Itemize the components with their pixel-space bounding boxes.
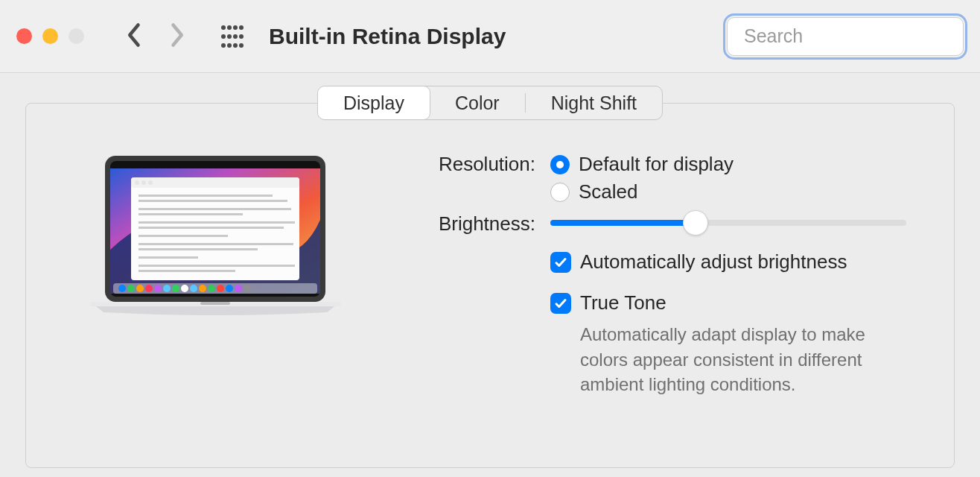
- checkbox-label: Automatically adjust brightness: [580, 250, 847, 274]
- svg-rect-28: [139, 235, 228, 237]
- tab-bar: Display Color Night Shift: [317, 86, 663, 120]
- brightness-row: Brightness:: [357, 212, 906, 236]
- svg-point-39: [154, 285, 162, 292]
- svg-rect-30: [139, 248, 258, 250]
- svg-point-45: [208, 285, 215, 292]
- tab-label: Display: [343, 92, 404, 114]
- svg-point-6: [233, 34, 238, 39]
- resolution-row: Resolution: Default for display Scaled: [357, 153, 906, 203]
- svg-point-41: [172, 285, 179, 292]
- true-tone-description: Automatically adapt display to make colo…: [580, 322, 906, 397]
- display-preview-image: [74, 153, 357, 406]
- tab-night-shift[interactable]: Night Shift: [526, 86, 662, 119]
- svg-point-35: [118, 285, 126, 292]
- svg-point-38: [145, 285, 153, 292]
- close-window-button[interactable]: [16, 28, 32, 44]
- radio-unselected-icon: [550, 183, 570, 202]
- svg-point-36: [127, 285, 135, 292]
- search-field-container[interactable]: [727, 17, 964, 56]
- window-toolbar: Built-in Retina Display: [0, 0, 980, 73]
- settings-panel: Display Color Night Shift: [25, 103, 955, 468]
- svg-point-7: [239, 34, 244, 39]
- radio-selected-icon: [550, 155, 570, 174]
- auto-brightness-row: Automatically adjust brightness: [357, 250, 906, 274]
- svg-point-4: [221, 34, 226, 39]
- svg-rect-27: [139, 227, 284, 229]
- svg-point-49: [244, 285, 251, 292]
- svg-point-44: [199, 285, 206, 292]
- svg-rect-26: [139, 221, 295, 224]
- traffic-lights: [16, 28, 84, 44]
- brightness-slider[interactable]: [550, 220, 906, 226]
- svg-point-8: [221, 43, 226, 48]
- svg-point-19: [135, 180, 139, 185]
- resolution-label: Resolution:: [357, 153, 550, 176]
- forward-button[interactable]: [168, 22, 185, 51]
- svg-rect-31: [139, 256, 198, 259]
- svg-point-20: [141, 180, 146, 185]
- svg-point-0: [221, 25, 226, 30]
- svg-point-37: [136, 285, 144, 292]
- svg-point-43: [190, 285, 197, 292]
- svg-rect-22: [139, 195, 273, 197]
- show-all-icon[interactable]: [220, 24, 245, 49]
- svg-point-3: [239, 25, 244, 30]
- brightness-label: Brightness:: [357, 212, 550, 236]
- tab-label: Color: [455, 92, 500, 114]
- content-area: Display Color Night Shift: [0, 73, 980, 468]
- checkbox-checked-icon: [550, 293, 571, 314]
- svg-point-9: [227, 43, 232, 48]
- true-tone-checkbox[interactable]: True Tone: [550, 291, 906, 315]
- fullscreen-window-button[interactable]: [69, 28, 84, 44]
- nav-arrows: [126, 22, 185, 51]
- checkbox-label: True Tone: [580, 291, 666, 315]
- resolution-option-default[interactable]: Default for display: [550, 153, 906, 176]
- svg-point-10: [233, 43, 238, 48]
- svg-point-42: [181, 285, 188, 292]
- tab-label: Night Shift: [551, 92, 637, 114]
- search-input[interactable]: [744, 25, 979, 47]
- svg-point-40: [163, 285, 171, 292]
- svg-rect-29: [139, 243, 293, 245]
- svg-rect-23: [139, 200, 287, 202]
- svg-rect-32: [139, 265, 295, 267]
- auto-brightness-checkbox[interactable]: Automatically adjust brightness: [550, 250, 906, 274]
- svg-point-47: [226, 285, 233, 292]
- back-button[interactable]: [126, 22, 144, 51]
- radio-label: Scaled: [579, 180, 638, 203]
- svg-rect-25: [139, 213, 243, 215]
- svg-point-48: [235, 285, 242, 292]
- tab-display[interactable]: Display: [317, 86, 430, 120]
- true-tone-row: True Tone Automatically adapt display to…: [357, 291, 906, 397]
- radio-label: Default for display: [579, 153, 734, 176]
- resolution-option-scaled[interactable]: Scaled: [550, 180, 906, 203]
- svg-point-2: [233, 25, 238, 30]
- svg-rect-33: [139, 270, 235, 272]
- settings-form: Resolution: Default for display Scaled: [357, 150, 906, 406]
- svg-point-21: [148, 180, 153, 185]
- svg-point-46: [217, 285, 224, 292]
- checkbox-checked-icon: [550, 252, 571, 273]
- tab-color[interactable]: Color: [430, 86, 525, 119]
- window-title: Built-in Retina Display: [269, 24, 506, 49]
- svg-point-11: [239, 43, 244, 48]
- svg-rect-24: [139, 208, 291, 210]
- minimize-window-button[interactable]: [42, 28, 58, 44]
- svg-point-5: [227, 34, 232, 39]
- svg-rect-51: [200, 302, 230, 305]
- svg-rect-18: [131, 177, 299, 188]
- svg-point-1: [227, 25, 232, 30]
